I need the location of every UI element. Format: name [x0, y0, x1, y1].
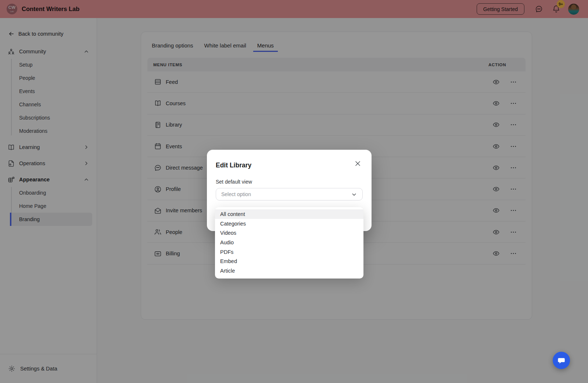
chat-launcher-button[interactable] [553, 352, 570, 369]
screen: CW Lab Content Writers Lab Getting Start… [0, 0, 588, 383]
field-label: Set default view [216, 179, 363, 185]
default-view-select[interactable]: Select option [216, 188, 363, 201]
chevron-down-icon [351, 191, 357, 198]
close-button[interactable] [353, 159, 363, 169]
option-pdfs[interactable]: PDFs [215, 247, 363, 257]
option-embed[interactable]: Embed [215, 256, 363, 266]
option-videos[interactable]: Videos [215, 228, 363, 238]
modal-title: Edit Library [216, 162, 251, 169]
select-placeholder: Select option [221, 191, 251, 197]
option-all-content[interactable]: All content [215, 209, 363, 219]
option-audio[interactable]: Audio [215, 238, 363, 247]
option-article[interactable]: Article [215, 266, 363, 276]
close-icon [354, 160, 361, 167]
default-view-dropdown: All content Categories Videos Audio PDFs… [215, 207, 363, 279]
option-categories[interactable]: Categories [215, 219, 363, 228]
chat-launcher-icon [556, 355, 566, 365]
